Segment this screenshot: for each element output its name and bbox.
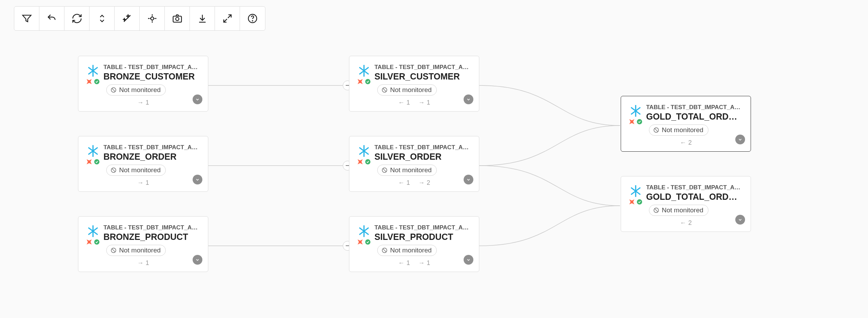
node-title: SILVER_PRODUCT xyxy=(374,232,471,242)
incoming-count: ← 2 xyxy=(680,219,692,227)
not-monitored-icon xyxy=(110,247,117,254)
status-text: Not monitored xyxy=(119,166,161,174)
status-pill: Not monitored xyxy=(106,245,166,256)
chevron-down-icon xyxy=(466,257,471,263)
not-monitored-icon xyxy=(381,86,388,93)
dbt-icon xyxy=(628,118,636,126)
node-title: GOLD_TOTAL_ORDERS... xyxy=(646,192,743,202)
node-bronze-product[interactable]: TABLE - TEST_DBT_IMPACT_ANAL... BRONZE_P… xyxy=(78,216,208,272)
node-silver-order[interactable]: TABLE - TEST_DBT_IMPACT_ANAL... SILVER_O… xyxy=(349,136,479,192)
not-monitored-icon xyxy=(110,86,117,93)
incoming-count: ← 1 xyxy=(398,99,410,106)
snowflake-icon xyxy=(86,144,100,158)
not-monitored-icon xyxy=(381,167,388,174)
node-expand-button[interactable] xyxy=(735,215,745,225)
dbt-icon xyxy=(628,198,636,206)
incoming-count: ← 2 xyxy=(680,139,692,146)
check-badge-icon xyxy=(365,78,371,85)
status-text: Not monitored xyxy=(390,86,432,94)
node-bronze-order[interactable]: TABLE - TEST_DBT_IMPACT_ANAL... BRONZE_O… xyxy=(78,136,208,192)
node-title: SILVER_ORDER xyxy=(374,152,471,162)
not-monitored-icon xyxy=(653,207,660,214)
node-kicker: TABLE - TEST_DBT_IMPACT_ANAL... xyxy=(103,224,200,231)
node-kicker: TABLE - TEST_DBT_IMPACT_ANAL... xyxy=(646,104,743,111)
node-bronze-customer[interactable]: TABLE - TEST_DBT_IMPACT_ANAL... BRONZE_C… xyxy=(78,56,208,112)
check-badge-icon xyxy=(365,159,371,165)
outgoing-count: → 1 xyxy=(137,179,149,187)
node-kicker: TABLE - TEST_DBT_IMPACT_ANAL... xyxy=(374,144,471,151)
status-pill: Not monitored xyxy=(649,124,708,136)
outgoing-count: → 1 xyxy=(137,99,149,106)
node-footer: ← 2 xyxy=(629,219,743,227)
check-badge-icon xyxy=(94,239,100,245)
chevron-down-icon xyxy=(195,257,200,263)
status-pill: Not monitored xyxy=(377,245,437,256)
incoming-count: ← 1 xyxy=(398,179,410,187)
outgoing-count: → 1 xyxy=(418,99,430,106)
node-gold-bottom[interactable]: TABLE - TEST_DBT_IMPACT_ANAL... GOLD_TOT… xyxy=(621,176,751,232)
chevron-down-icon xyxy=(195,97,200,102)
dbt-icon xyxy=(356,238,364,246)
node-badges xyxy=(85,78,100,85)
node-expand-button[interactable] xyxy=(464,175,473,184)
node-gold-top[interactable]: TABLE - TEST_DBT_IMPACT_ANAL... GOLD_TOT… xyxy=(621,96,751,152)
node-kicker: TABLE - TEST_DBT_IMPACT_ANAL... xyxy=(646,184,743,191)
node-badges xyxy=(628,118,643,126)
outgoing-count: → 2 xyxy=(418,179,430,187)
node-badges xyxy=(628,198,643,206)
node-expand-button[interactable] xyxy=(193,175,202,184)
node-kicker: TABLE - TEST_DBT_IMPACT_ANAL... xyxy=(374,224,471,231)
snowflake-icon xyxy=(629,184,643,198)
node-expand-button[interactable] xyxy=(464,94,473,104)
node-footer: ← 1 → 2 xyxy=(357,179,471,187)
dbt-icon xyxy=(356,158,364,166)
node-silver-customer[interactable]: TABLE - TEST_DBT_IMPACT_ANAL... SILVER_C… xyxy=(349,56,479,112)
node-expand-button[interactable] xyxy=(193,255,202,265)
node-title: GOLD_TOTAL_ORDERS... xyxy=(646,112,743,122)
status-text: Not monitored xyxy=(119,86,161,94)
not-monitored-icon xyxy=(110,167,117,174)
status-text: Not monitored xyxy=(390,166,432,174)
node-badges xyxy=(356,238,371,246)
check-badge-icon xyxy=(636,199,643,205)
node-title: SILVER_CUSTOMER xyxy=(374,71,471,82)
check-badge-icon xyxy=(365,239,371,245)
node-expand-button[interactable] xyxy=(193,94,202,104)
node-badges xyxy=(356,158,371,166)
snowflake-icon xyxy=(86,64,100,78)
node-title: BRONZE_PRODUCT xyxy=(103,232,200,242)
dbt-icon xyxy=(85,238,93,246)
node-expand-button[interactable] xyxy=(735,135,745,144)
outgoing-count: → 1 xyxy=(137,259,149,267)
status-text: Not monitored xyxy=(119,247,161,254)
node-silver-product[interactable]: TABLE - TEST_DBT_IMPACT_ANAL... SILVER_P… xyxy=(349,216,479,272)
node-kicker: TABLE - TEST_DBT_IMPACT_ANAL... xyxy=(103,144,200,151)
status-text: Not monitored xyxy=(662,206,703,214)
dbt-icon xyxy=(85,158,93,166)
check-badge-icon xyxy=(94,78,100,85)
status-text: Not monitored xyxy=(662,126,703,134)
dbt-icon xyxy=(85,78,93,85)
chevron-down-icon xyxy=(737,217,743,222)
node-kicker: TABLE - TEST_DBT_IMPACT_ANAL... xyxy=(374,64,471,71)
node-footer: → 1 xyxy=(86,179,200,187)
node-badges xyxy=(85,238,100,246)
status-pill: Not monitored xyxy=(377,84,437,96)
status-pill: Not monitored xyxy=(377,165,437,176)
chevron-down-icon xyxy=(737,137,743,142)
node-title: BRONZE_CUSTOMER xyxy=(103,71,200,82)
node-footer: ← 1 → 1 xyxy=(357,99,471,106)
status-pill: Not monitored xyxy=(106,165,166,176)
chevron-down-icon xyxy=(466,177,471,182)
status-text: Not monitored xyxy=(390,247,432,254)
status-pill: Not monitored xyxy=(649,205,708,216)
outgoing-count: → 1 xyxy=(418,259,430,267)
not-monitored-icon xyxy=(381,247,388,254)
incoming-count: ← 1 xyxy=(398,259,410,267)
node-badges xyxy=(356,78,371,85)
snowflake-icon xyxy=(357,224,371,238)
node-expand-button[interactable] xyxy=(464,255,473,265)
node-footer: → 1 xyxy=(86,259,200,267)
node-badges xyxy=(85,158,100,166)
lineage-canvas[interactable]: − − − TABLE - TEST_DBT_IMPACT_ANAL... BR… xyxy=(0,0,868,318)
